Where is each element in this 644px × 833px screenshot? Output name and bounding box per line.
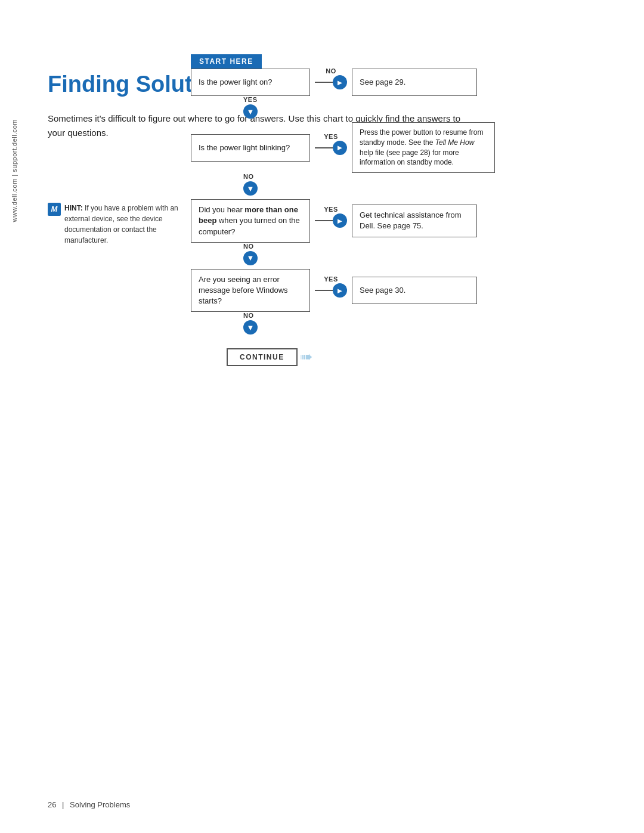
circle-arrow-yes-4: ► — [333, 283, 347, 298]
yes-label-2: YES — [324, 133, 338, 140]
flow-step-1: Is the power light on? NO ► See page 29.… — [191, 69, 608, 119]
question-text-4: Are you seeing an error message before W… — [199, 274, 302, 307]
arrow-no-3: NO ▼ — [191, 243, 608, 265]
question-text-2: Is the power light blinking? — [199, 143, 290, 153]
circle-arrow-yes-3: ► — [333, 213, 347, 228]
circle-arrow-no-1: ► — [333, 75, 347, 89]
hint-label: HINT: — [64, 204, 83, 212]
footer-page-number: 26 — [48, 800, 56, 809]
answer-text-4: See page 30. — [360, 285, 405, 296]
footer: 26 | Solving Problems — [48, 800, 130, 809]
flowchart: START HERE Is the power light on? NO ► S… — [191, 54, 608, 366]
circle-arrow-yes-2: ► — [333, 141, 347, 155]
arrow-yes-4: YES ► — [315, 283, 347, 298]
hint-icon: M — [48, 203, 61, 216]
circle-down-4: ▼ — [243, 320, 258, 335]
question-text-1: Is the power light on? — [199, 77, 273, 88]
yes-label-4: YES — [324, 275, 338, 283]
flow-row-3: Did you hear more than one beep when you… — [191, 199, 608, 243]
footer-separator: | — [62, 800, 64, 809]
flow-step-4: Are you seeing an error message before W… — [191, 269, 608, 335]
continue-arrow-icon: ➠ — [300, 348, 313, 366]
arrow-yes-1: YES ▼ — [191, 96, 608, 119]
no-label-2: NO — [243, 173, 254, 180]
flow-step-3: Did you hear more than one beep when you… — [191, 199, 608, 265]
answer-box-1: See page 29. — [352, 69, 477, 96]
hint-text: HINT: If you have a problem with an exte… — [64, 203, 179, 246]
arrow-no-4: NO ▼ — [191, 312, 608, 335]
question-box-3: Did you hear more than one beep when you… — [191, 199, 310, 243]
circle-down-3: ▼ — [243, 251, 258, 265]
no-label-1: NO — [326, 67, 336, 75]
continue-section: CONTINUE ➠ — [191, 348, 608, 366]
hint-box: M HINT: If you have a problem with an ex… — [48, 203, 179, 246]
circle-down-2: ▼ — [243, 181, 258, 196]
answer-box-2: Press the power button to resume from st… — [352, 122, 495, 173]
question-box-2: Is the power light blinking? — [191, 134, 310, 162]
start-here-label: START HERE — [191, 54, 262, 69]
footer-section: Solving Problems — [70, 800, 130, 809]
arrow-yes-2: YES ► — [315, 141, 347, 155]
answer-box-3: Get technical assistance from Dell. See … — [352, 205, 477, 237]
answer-text-2: Press the power button to resume from st… — [360, 128, 487, 168]
page-container: www.dell.com | support.dell.com M HINT: … — [0, 0, 644, 833]
question-box-4: Are you seeing an error message before W… — [191, 269, 310, 312]
no-label-3: NO — [243, 243, 254, 250]
flow-row-2: Is the power light blinking? YES ► Press… — [191, 122, 608, 173]
circle-down-1: ▼ — [243, 104, 258, 119]
flow-step-2: Is the power light blinking? YES ► Press… — [191, 122, 608, 196]
no-label-4: NO — [243, 312, 254, 319]
sidebar-text: www.dell.com | support.dell.com — [11, 119, 18, 222]
flow-row-4: Are you seeing an error message before W… — [191, 269, 608, 312]
question-text-3: Did you hear more than one beep when you… — [199, 205, 302, 237]
flow-row-1: Is the power light on? NO ► See page 29. — [191, 69, 608, 96]
main-content: Finding Solutions Sometimes it's difficu… — [48, 0, 608, 366]
arrow-yes-3: YES ► — [315, 213, 347, 228]
yes-label-3: YES — [324, 206, 338, 213]
arrow-no-2: NO ▼ — [191, 173, 608, 196]
answer-text-3: Get technical assistance from Dell. See … — [360, 210, 469, 231]
question-box-1: Is the power light on? — [191, 69, 310, 96]
arrow-no-1: NO ► — [315, 75, 347, 89]
yes-label-1: YES — [243, 96, 258, 103]
answer-text-1: See page 29. — [360, 77, 405, 88]
continue-label: CONTINUE — [227, 348, 298, 366]
answer-box-4: See page 30. — [352, 277, 477, 304]
